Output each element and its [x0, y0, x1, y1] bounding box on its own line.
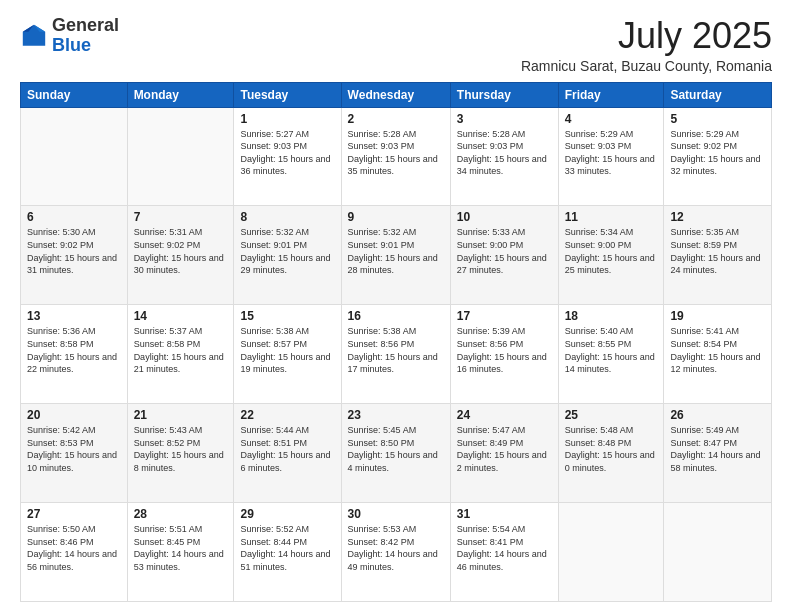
- header-row: Sunday Monday Tuesday Wednesday Thursday…: [21, 82, 772, 107]
- day-detail: Sunrise: 5:36 AM Sunset: 8:58 PM Dayligh…: [27, 325, 121, 375]
- day-detail: Sunrise: 5:50 AM Sunset: 8:46 PM Dayligh…: [27, 523, 121, 573]
- day-detail: Sunrise: 5:28 AM Sunset: 9:03 PM Dayligh…: [348, 128, 444, 178]
- day-number: 8: [240, 210, 334, 224]
- title-area: July 2025 Ramnicu Sarat, Buzau County, R…: [521, 16, 772, 74]
- cell-w2-d0: 6Sunrise: 5:30 AM Sunset: 9:02 PM Daylig…: [21, 206, 128, 305]
- logo-blue: Blue: [52, 35, 91, 55]
- week-row-1: 1Sunrise: 5:27 AM Sunset: 9:03 PM Daylig…: [21, 107, 772, 206]
- day-number: 4: [565, 112, 658, 126]
- day-number: 9: [348, 210, 444, 224]
- day-detail: Sunrise: 5:33 AM Sunset: 9:00 PM Dayligh…: [457, 226, 552, 276]
- week-row-3: 13Sunrise: 5:36 AM Sunset: 8:58 PM Dayli…: [21, 305, 772, 404]
- cell-w5-d4: 31Sunrise: 5:54 AM Sunset: 8:41 PM Dayli…: [450, 503, 558, 602]
- day-number: 1: [240, 112, 334, 126]
- day-detail: Sunrise: 5:54 AM Sunset: 8:41 PM Dayligh…: [457, 523, 552, 573]
- day-number: 17: [457, 309, 552, 323]
- cell-w5-d5: [558, 503, 664, 602]
- logo-text: General Blue: [52, 16, 119, 56]
- cell-w4-d2: 22Sunrise: 5:44 AM Sunset: 8:51 PM Dayli…: [234, 404, 341, 503]
- calendar-header: Sunday Monday Tuesday Wednesday Thursday…: [21, 82, 772, 107]
- day-number: 10: [457, 210, 552, 224]
- week-row-5: 27Sunrise: 5:50 AM Sunset: 8:46 PM Dayli…: [21, 503, 772, 602]
- day-detail: Sunrise: 5:38 AM Sunset: 8:57 PM Dayligh…: [240, 325, 334, 375]
- cell-w3-d2: 15Sunrise: 5:38 AM Sunset: 8:57 PM Dayli…: [234, 305, 341, 404]
- day-number: 12: [670, 210, 765, 224]
- cell-w1-d4: 3Sunrise: 5:28 AM Sunset: 9:03 PM Daylig…: [450, 107, 558, 206]
- day-detail: Sunrise: 5:45 AM Sunset: 8:50 PM Dayligh…: [348, 424, 444, 474]
- col-sunday: Sunday: [21, 82, 128, 107]
- cell-w5-d6: [664, 503, 772, 602]
- day-number: 26: [670, 408, 765, 422]
- col-saturday: Saturday: [664, 82, 772, 107]
- cell-w5-d2: 29Sunrise: 5:52 AM Sunset: 8:44 PM Dayli…: [234, 503, 341, 602]
- col-wednesday: Wednesday: [341, 82, 450, 107]
- day-detail: Sunrise: 5:44 AM Sunset: 8:51 PM Dayligh…: [240, 424, 334, 474]
- day-detail: Sunrise: 5:28 AM Sunset: 9:03 PM Dayligh…: [457, 128, 552, 178]
- location-subtitle: Ramnicu Sarat, Buzau County, Romania: [521, 58, 772, 74]
- month-title: July 2025: [521, 16, 772, 56]
- cell-w4-d3: 23Sunrise: 5:45 AM Sunset: 8:50 PM Dayli…: [341, 404, 450, 503]
- day-detail: Sunrise: 5:41 AM Sunset: 8:54 PM Dayligh…: [670, 325, 765, 375]
- day-number: 27: [27, 507, 121, 521]
- day-detail: Sunrise: 5:39 AM Sunset: 8:56 PM Dayligh…: [457, 325, 552, 375]
- cell-w1-d2: 1Sunrise: 5:27 AM Sunset: 9:03 PM Daylig…: [234, 107, 341, 206]
- cell-w3-d3: 16Sunrise: 5:38 AM Sunset: 8:56 PM Dayli…: [341, 305, 450, 404]
- day-number: 11: [565, 210, 658, 224]
- col-friday: Friday: [558, 82, 664, 107]
- cell-w5-d0: 27Sunrise: 5:50 AM Sunset: 8:46 PM Dayli…: [21, 503, 128, 602]
- day-detail: Sunrise: 5:49 AM Sunset: 8:47 PM Dayligh…: [670, 424, 765, 474]
- cell-w1-d3: 2Sunrise: 5:28 AM Sunset: 9:03 PM Daylig…: [341, 107, 450, 206]
- cell-w4-d0: 20Sunrise: 5:42 AM Sunset: 8:53 PM Dayli…: [21, 404, 128, 503]
- cell-w3-d0: 13Sunrise: 5:36 AM Sunset: 8:58 PM Dayli…: [21, 305, 128, 404]
- cell-w5-d3: 30Sunrise: 5:53 AM Sunset: 8:42 PM Dayli…: [341, 503, 450, 602]
- day-number: 13: [27, 309, 121, 323]
- cell-w4-d1: 21Sunrise: 5:43 AM Sunset: 8:52 PM Dayli…: [127, 404, 234, 503]
- day-detail: Sunrise: 5:32 AM Sunset: 9:01 PM Dayligh…: [348, 226, 444, 276]
- header: General Blue July 2025 Ramnicu Sarat, Bu…: [20, 16, 772, 74]
- page: General Blue July 2025 Ramnicu Sarat, Bu…: [0, 0, 792, 612]
- day-number: 18: [565, 309, 658, 323]
- col-monday: Monday: [127, 82, 234, 107]
- cell-w2-d4: 10Sunrise: 5:33 AM Sunset: 9:00 PM Dayli…: [450, 206, 558, 305]
- day-number: 15: [240, 309, 334, 323]
- day-detail: Sunrise: 5:29 AM Sunset: 9:02 PM Dayligh…: [670, 128, 765, 178]
- day-detail: Sunrise: 5:32 AM Sunset: 9:01 PM Dayligh…: [240, 226, 334, 276]
- cell-w1-d0: [21, 107, 128, 206]
- svg-marker-0: [23, 25, 45, 46]
- day-number: 3: [457, 112, 552, 126]
- day-number: 21: [134, 408, 228, 422]
- day-number: 25: [565, 408, 658, 422]
- day-detail: Sunrise: 5:53 AM Sunset: 8:42 PM Dayligh…: [348, 523, 444, 573]
- cell-w1-d5: 4Sunrise: 5:29 AM Sunset: 9:03 PM Daylig…: [558, 107, 664, 206]
- cell-w4-d5: 25Sunrise: 5:48 AM Sunset: 8:48 PM Dayli…: [558, 404, 664, 503]
- cell-w5-d1: 28Sunrise: 5:51 AM Sunset: 8:45 PM Dayli…: [127, 503, 234, 602]
- day-detail: Sunrise: 5:51 AM Sunset: 8:45 PM Dayligh…: [134, 523, 228, 573]
- cell-w3-d5: 18Sunrise: 5:40 AM Sunset: 8:55 PM Dayli…: [558, 305, 664, 404]
- cell-w3-d1: 14Sunrise: 5:37 AM Sunset: 8:58 PM Dayli…: [127, 305, 234, 404]
- day-detail: Sunrise: 5:34 AM Sunset: 9:00 PM Dayligh…: [565, 226, 658, 276]
- day-detail: Sunrise: 5:37 AM Sunset: 8:58 PM Dayligh…: [134, 325, 228, 375]
- cell-w2-d3: 9Sunrise: 5:32 AM Sunset: 9:01 PM Daylig…: [341, 206, 450, 305]
- cell-w2-d5: 11Sunrise: 5:34 AM Sunset: 9:00 PM Dayli…: [558, 206, 664, 305]
- cell-w4-d6: 26Sunrise: 5:49 AM Sunset: 8:47 PM Dayli…: [664, 404, 772, 503]
- logo-general: General: [52, 15, 119, 35]
- day-detail: Sunrise: 5:38 AM Sunset: 8:56 PM Dayligh…: [348, 325, 444, 375]
- day-number: 22: [240, 408, 334, 422]
- cell-w2-d1: 7Sunrise: 5:31 AM Sunset: 9:02 PM Daylig…: [127, 206, 234, 305]
- cell-w2-d2: 8Sunrise: 5:32 AM Sunset: 9:01 PM Daylig…: [234, 206, 341, 305]
- day-number: 24: [457, 408, 552, 422]
- cell-w4-d4: 24Sunrise: 5:47 AM Sunset: 8:49 PM Dayli…: [450, 404, 558, 503]
- day-number: 14: [134, 309, 228, 323]
- day-detail: Sunrise: 5:48 AM Sunset: 8:48 PM Dayligh…: [565, 424, 658, 474]
- day-number: 7: [134, 210, 228, 224]
- cell-w1-d6: 5Sunrise: 5:29 AM Sunset: 9:02 PM Daylig…: [664, 107, 772, 206]
- col-thursday: Thursday: [450, 82, 558, 107]
- day-number: 28: [134, 507, 228, 521]
- day-number: 19: [670, 309, 765, 323]
- day-number: 31: [457, 507, 552, 521]
- day-detail: Sunrise: 5:43 AM Sunset: 8:52 PM Dayligh…: [134, 424, 228, 474]
- day-number: 6: [27, 210, 121, 224]
- day-detail: Sunrise: 5:27 AM Sunset: 9:03 PM Dayligh…: [240, 128, 334, 178]
- day-detail: Sunrise: 5:29 AM Sunset: 9:03 PM Dayligh…: [565, 128, 658, 178]
- cell-w1-d1: [127, 107, 234, 206]
